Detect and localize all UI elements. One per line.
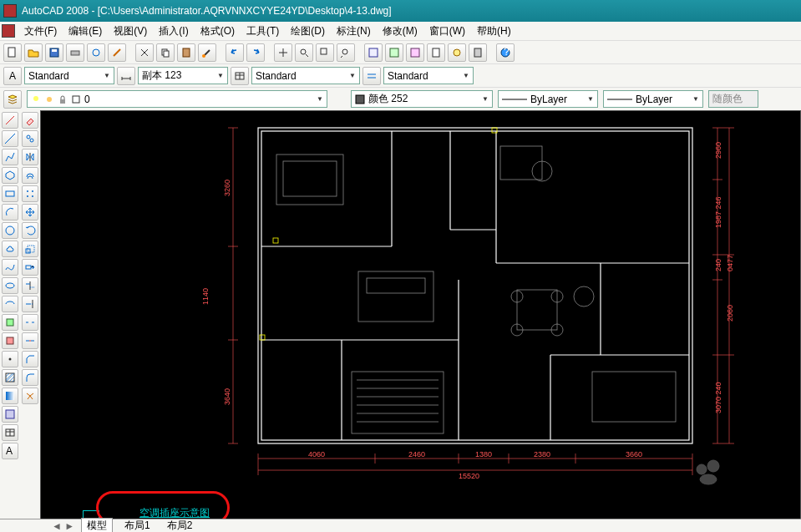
- cut-button[interactable]: [135, 43, 154, 62]
- plot-button[interactable]: [66, 43, 84, 62]
- autocad-icon[interactable]: [2, 24, 15, 38]
- menu-tools[interactable]: 工具(T): [241, 23, 284, 40]
- rotate-button[interactable]: [22, 222, 38, 239]
- svg-text:3260: 3260: [223, 180, 231, 196]
- menu-dimension[interactable]: 标注(N): [332, 23, 376, 40]
- new-button[interactable]: [3, 43, 22, 62]
- menu-edit[interactable]: 编辑(E): [63, 23, 107, 40]
- break-button[interactable]: [22, 314, 38, 331]
- undo-button[interactable]: [226, 43, 244, 62]
- layer-props-button[interactable]: [3, 90, 22, 109]
- pline-button[interactable]: [2, 149, 18, 165]
- copy-button[interactable]: [156, 43, 175, 62]
- gradient-button[interactable]: [2, 388, 18, 404]
- svg-rect-6: [164, 51, 169, 57]
- plotstyle-dropdown[interactable]: 随颜色: [708, 90, 758, 108]
- drawing-canvas[interactable]: 4060 2460 1380 2380 3660 15520 2960 1987…: [40, 110, 801, 532]
- xline-button[interactable]: [2, 130, 18, 147]
- arc-button[interactable]: [2, 204, 18, 220]
- tablestyle-icon[interactable]: [231, 67, 249, 85]
- copy2-button[interactable]: [22, 130, 38, 147]
- layer-toolbar: 0 ▼ 颜色 252 ▼ ByLayer ▼ ByLayer ▼ 随颜色: [0, 87, 801, 110]
- insert-button[interactable]: [2, 314, 18, 331]
- markup-button[interactable]: [448, 43, 466, 62]
- pan-button[interactable]: [274, 43, 292, 62]
- region-button[interactable]: [2, 406, 18, 423]
- polygon-button[interactable]: [2, 167, 18, 184]
- tab-layout2[interactable]: 布局2: [162, 519, 198, 532]
- matchprop-button[interactable]: [198, 43, 216, 62]
- menu-window[interactable]: 窗口(W): [424, 23, 470, 40]
- textstyle-dropdown[interactable]: Standard▼: [24, 67, 114, 84]
- array-button[interactable]: [22, 185, 38, 202]
- svg-point-22: [33, 96, 38, 101]
- tab-model[interactable]: 模型: [81, 518, 113, 532]
- svg-point-16: [454, 49, 460, 56]
- zoom-win-button[interactable]: [316, 43, 334, 62]
- menu-modify[interactable]: 修改(M): [378, 23, 423, 40]
- offset-button[interactable]: [22, 167, 38, 184]
- menu-format[interactable]: 格式(O): [195, 23, 240, 40]
- designcenter-button[interactable]: [385, 43, 403, 62]
- mtext-button[interactable]: A: [2, 443, 18, 459]
- erase-button[interactable]: [22, 112, 38, 129]
- explode-button[interactable]: [22, 388, 38, 404]
- ellipse-button[interactable]: [2, 277, 18, 294]
- circle-button[interactable]: [2, 222, 18, 239]
- menubar: 文件(F) 编辑(E) 视图(V) 插入(I) 格式(O) 工具(T) 绘图(D…: [0, 22, 801, 40]
- open-button[interactable]: [24, 43, 43, 62]
- line-button[interactable]: [2, 112, 18, 129]
- svg-point-11: [342, 49, 347, 54]
- textstyle-icon[interactable]: A: [3, 67, 22, 85]
- menu-help[interactable]: 帮助(H): [472, 23, 516, 40]
- layer-dropdown[interactable]: 0 ▼: [27, 90, 327, 108]
- help-button[interactable]: ?: [496, 43, 515, 62]
- dimstyle-icon[interactable]: [117, 67, 135, 85]
- lineweight-dropdown[interactable]: ByLayer ▼: [603, 90, 703, 108]
- block-button[interactable]: [2, 332, 18, 349]
- svg-rect-79: [367, 278, 425, 293]
- menu-view[interactable]: 视图(V): [109, 23, 152, 40]
- sheet-set-button[interactable]: [427, 43, 445, 62]
- zoom-rt-button[interactable]: [295, 43, 313, 62]
- preview-button[interactable]: [87, 43, 105, 62]
- menu-file[interactable]: 文件(F): [19, 23, 62, 40]
- scale-button[interactable]: [22, 241, 38, 257]
- publish-button[interactable]: [108, 43, 126, 62]
- chamfer-button[interactable]: [22, 351, 38, 367]
- menu-draw[interactable]: 绘图(D): [286, 23, 330, 40]
- color-dropdown[interactable]: 颜色 252 ▼: [351, 90, 493, 108]
- extend-button[interactable]: [22, 296, 38, 312]
- fillet-button[interactable]: [22, 369, 38, 386]
- table-button[interactable]: [2, 424, 18, 441]
- stretch-button[interactable]: [22, 259, 38, 276]
- ellipsearc-button[interactable]: [2, 296, 18, 312]
- save-button[interactable]: [45, 43, 63, 62]
- svg-point-9: [301, 49, 306, 54]
- join-button[interactable]: [22, 332, 38, 349]
- app-icon: [3, 4, 17, 18]
- tablestyle-dropdown[interactable]: Standard▼: [251, 67, 360, 84]
- menu-insert[interactable]: 插入(I): [154, 23, 193, 40]
- zoom-prev-button[interactable]: [337, 43, 355, 62]
- hatch-button[interactable]: [2, 369, 18, 386]
- tab-layout1[interactable]: 布局1: [119, 519, 155, 532]
- toolpalette-button[interactable]: [406, 43, 424, 62]
- point-button[interactable]: [2, 351, 18, 367]
- rectangle-button[interactable]: [2, 185, 18, 202]
- dimstyle-dropdown[interactable]: 副本 123▼: [138, 67, 228, 84]
- svg-rect-31: [6, 191, 14, 196]
- linetype-dropdown[interactable]: ByLayer ▼: [498, 90, 598, 108]
- redo-button[interactable]: [246, 43, 265, 62]
- mirror-button[interactable]: [22, 149, 38, 165]
- mlstyle-icon[interactable]: [362, 67, 381, 85]
- spline-button[interactable]: [2, 259, 18, 276]
- svg-text:0477: 0477: [726, 255, 734, 271]
- revcloud-button[interactable]: [2, 241, 18, 257]
- move-button[interactable]: [22, 204, 38, 220]
- properties-button[interactable]: [364, 43, 383, 62]
- calc-button[interactable]: [469, 43, 487, 62]
- trim-button[interactable]: [22, 277, 38, 294]
- paste-button[interactable]: [177, 43, 195, 62]
- mlstyle-dropdown[interactable]: Standard▼: [383, 67, 474, 84]
